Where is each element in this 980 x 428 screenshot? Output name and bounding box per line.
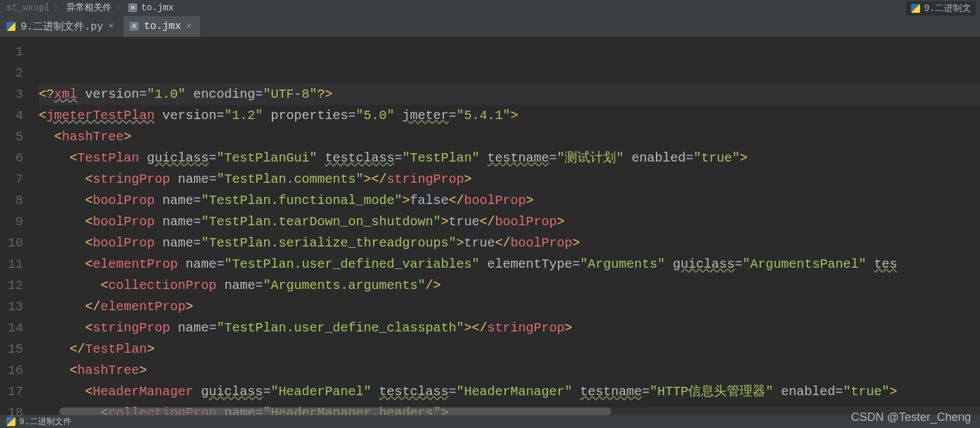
line-number: 12 <box>0 275 23 296</box>
breadcrumb-bar: st_wxupl 〉 异常相关件 〉 ≡ to.jmx <box>0 0 980 15</box>
line-number: 8 <box>0 190 23 211</box>
chevron-right-icon: 〉 <box>53 2 62 14</box>
breadcrumb-root[interactable]: st_wxupl <box>6 3 50 13</box>
code-line[interactable]: <?xml version="1.0" encoding="UTF-8"?> <box>39 84 980 105</box>
line-number: 10 <box>0 232 23 254</box>
code-line[interactable]: </TestPlan> <box>39 339 980 360</box>
close-icon[interactable]: × <box>108 21 113 32</box>
python-icon <box>6 22 15 31</box>
tab-label: to.jmx <box>144 21 181 32</box>
breadcrumb-file[interactable]: to.jmx <box>141 3 173 13</box>
code-line[interactable]: </elementProp> <box>39 296 980 317</box>
line-number: 15 <box>0 339 23 360</box>
run-config-label: 9.二进制文 <box>924 3 971 14</box>
xml-file-icon: ≡ <box>128 3 137 12</box>
line-number: 7 <box>0 169 23 190</box>
watermark-text: CSDN @Tester_Cheng <box>851 411 971 424</box>
line-number: 6 <box>0 147 23 169</box>
status-bar: 9.二进制文件 <box>0 415 980 428</box>
python-icon <box>911 4 920 13</box>
line-number: 9 <box>0 211 23 232</box>
editor-tab-bar: 9.二进制文件.py×≡to.jmx× <box>0 15 980 37</box>
code-line[interactable]: <TestPlan guiclass="TestPlanGui" testcla… <box>39 147 980 169</box>
code-line[interactable]: <elementProp name="TestPlan.user_defined… <box>39 254 980 275</box>
tab-label: 9.二进制文件.py <box>21 20 103 33</box>
code-area[interactable]: <?xml version="1.0" encoding="UTF-8"?><j… <box>30 37 980 415</box>
line-number: 11 <box>0 254 23 275</box>
line-number: 17 <box>0 381 23 402</box>
line-number: 18 <box>0 402 23 423</box>
close-icon[interactable]: × <box>186 21 191 32</box>
code-line[interactable]: <boolProp name="TestPlan.serialize_threa… <box>39 232 980 254</box>
scrollbar-thumb[interactable] <box>59 407 611 415</box>
code-line[interactable]: <boolProp name="TestPlan.functional_mode… <box>39 190 980 211</box>
line-number: 3 <box>0 84 23 105</box>
code-line[interactable]: <stringProp name="TestPlan.comments"></s… <box>39 169 980 190</box>
line-number: 14 <box>0 317 23 339</box>
code-line[interactable]: <hashTree> <box>39 126 980 147</box>
code-line[interactable]: <jmeterTestPlan version="1.2" properties… <box>39 105 980 126</box>
horizontal-scrollbar[interactable] <box>59 407 980 415</box>
line-number: 5 <box>0 126 23 147</box>
line-number: 13 <box>0 296 23 317</box>
code-line[interactable]: <collectionProp name="Arguments.argument… <box>39 275 980 296</box>
run-config-selector[interactable]: 9.二进制文 <box>906 1 976 15</box>
line-number: 2 <box>0 62 23 84</box>
chevron-right-icon: 〉 <box>115 2 124 14</box>
line-number: 4 <box>0 105 23 126</box>
line-number-gutter: 123456789101112131415161718 <box>0 37 30 415</box>
line-number: 1 <box>0 41 23 62</box>
line-number: 16 <box>0 360 23 381</box>
code-line[interactable]: <stringProp name="TestPlan.user_define_c… <box>39 317 980 339</box>
breadcrumb-folder[interactable]: 异常相关件 <box>66 2 111 14</box>
code-line[interactable]: <boolProp name="TestPlan.tearDown_on_shu… <box>39 211 980 232</box>
xml-file-icon: ≡ <box>130 22 139 31</box>
editor-pane: 123456789101112131415161718 <?xml versio… <box>0 37 980 415</box>
code-line[interactable]: <hashTree> <box>39 360 980 381</box>
tab-to-jmx[interactable]: ≡to.jmx× <box>123 16 201 37</box>
tab-9-py[interactable]: 9.二进制文件.py× <box>0 16 123 37</box>
code-line[interactable]: <HeaderManager guiclass="HeaderPanel" te… <box>39 381 980 402</box>
status-file-label[interactable]: 9.二进制文件 <box>19 416 72 427</box>
